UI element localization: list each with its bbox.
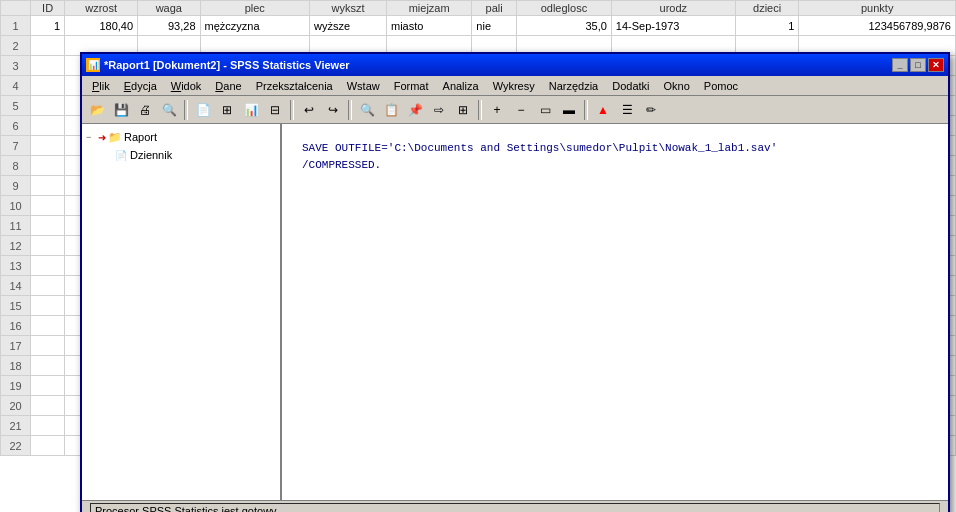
title-bar-buttons[interactable]: _ □ ✕ <box>892 58 944 72</box>
close-button[interactable]: ✕ <box>928 58 944 72</box>
cell[interactable] <box>31 56 65 76</box>
menu-format[interactable]: Format <box>388 78 435 94</box>
cell[interactable]: 93,28 <box>138 16 200 36</box>
toolbar-open-btn[interactable]: 📂 <box>86 99 108 121</box>
col-id: ID <box>31 1 65 16</box>
cell[interactable] <box>31 216 65 236</box>
menu-wykresy[interactable]: Wykresy <box>487 78 541 94</box>
toolbar-preview-btn[interactable]: 🔍 <box>158 99 180 121</box>
menu-analiza[interactable]: Analiza <box>437 78 485 94</box>
cell[interactable] <box>31 276 65 296</box>
toolbar-paste-btn[interactable]: 📌 <box>404 99 426 121</box>
menu-widok[interactable]: Widok <box>165 78 208 94</box>
toolbar-select-btn[interactable]: ⇨ <box>428 99 450 121</box>
cell[interactable] <box>31 416 65 436</box>
tree-root-item[interactable]: − ➜ 📁 Raport <box>86 128 276 146</box>
menu-dane[interactable]: Dane <box>209 78 247 94</box>
row-number[interactable]: 18 <box>1 356 31 376</box>
cell[interactable]: 180,40 <box>65 16 138 36</box>
cell[interactable]: 123456789,9876 <box>799 16 956 36</box>
row-number[interactable]: 5 <box>1 96 31 116</box>
row-number[interactable]: 21 <box>1 416 31 436</box>
row-number[interactable]: 7 <box>1 136 31 156</box>
cell[interactable] <box>31 116 65 136</box>
toolbar-grid-btn[interactable]: ⊞ <box>216 99 238 121</box>
maximize-button[interactable]: □ <box>910 58 926 72</box>
row-number[interactable]: 11 <box>1 216 31 236</box>
cell[interactable] <box>31 76 65 96</box>
menu-plik[interactable]: Plik <box>86 78 116 94</box>
minimize-button[interactable]: _ <box>892 58 908 72</box>
cell[interactable] <box>31 396 65 416</box>
cell[interactable] <box>31 36 65 56</box>
cell[interactable]: 35,0 <box>516 16 611 36</box>
menu-okno[interactable]: Okno <box>658 78 696 94</box>
menu-wstaw[interactable]: Wstaw <box>341 78 386 94</box>
cell[interactable]: 1 <box>31 16 65 36</box>
row-number[interactable]: 9 <box>1 176 31 196</box>
cell[interactable] <box>31 316 65 336</box>
menu-pomoc[interactable]: Pomoc <box>698 78 744 94</box>
cell[interactable]: 1 <box>735 16 798 36</box>
toolbar-save-btn[interactable]: 💾 <box>110 99 132 121</box>
row-number[interactable]: 12 <box>1 236 31 256</box>
toolbar-redo-btn[interactable]: ↪ <box>322 99 344 121</box>
tree-dziennik-item[interactable]: 📄 Dziennik <box>102 146 276 164</box>
menu-dodatki[interactable]: Dodatki <box>606 78 655 94</box>
cell[interactable] <box>31 376 65 396</box>
cell[interactable]: nie <box>472 16 517 36</box>
cell[interactable] <box>31 236 65 256</box>
cell[interactable] <box>31 176 65 196</box>
row-number[interactable]: 13 <box>1 256 31 276</box>
toolbar-chart-btn[interactable]: 📊 <box>240 99 262 121</box>
cell[interactable] <box>31 336 65 356</box>
toolbar-color-btn[interactable]: ▲ <box>592 99 614 121</box>
toolbar-edit-btn[interactable]: ✏ <box>640 99 662 121</box>
cell[interactable] <box>31 196 65 216</box>
row-number[interactable]: 8 <box>1 156 31 176</box>
toolbar-box-btn[interactable]: ▬ <box>558 99 580 121</box>
menu-narzedzia[interactable]: Narzędzia <box>543 78 605 94</box>
cell[interactable] <box>31 296 65 316</box>
cell[interactable] <box>31 256 65 276</box>
row-number[interactable]: 4 <box>1 76 31 96</box>
col-miejzam: miejzam <box>386 1 471 16</box>
menu-przeksztalcenia[interactable]: Przekształcenia <box>250 78 339 94</box>
cell[interactable] <box>31 156 65 176</box>
spss-viewer-window: 📊 *Raport1 [Dokument2] - SPSS Statistics… <box>80 52 950 512</box>
row-number[interactable]: 1 <box>1 16 31 36</box>
row-number[interactable]: 15 <box>1 296 31 316</box>
toolbar-pivot-btn[interactable]: ⊟ <box>264 99 286 121</box>
toolbar-style-btn[interactable]: ☰ <box>616 99 638 121</box>
toolbar-undo-btn[interactable]: ↩ <box>298 99 320 121</box>
menu-edycja[interactable]: Edycja <box>118 78 163 94</box>
cell[interactable]: mężczyzna <box>200 16 309 36</box>
row-number[interactable]: 19 <box>1 376 31 396</box>
cell[interactable] <box>31 356 65 376</box>
toolbar-copy-btn[interactable]: 📋 <box>380 99 402 121</box>
toolbar-find-btn[interactable]: 🔍 <box>356 99 378 121</box>
row-number[interactable]: 6 <box>1 116 31 136</box>
toolbar-table-btn[interactable]: ⊞ <box>452 99 474 121</box>
toolbar-minus-btn[interactable]: − <box>510 99 532 121</box>
row-number[interactable]: 17 <box>1 336 31 356</box>
row-number[interactable]: 10 <box>1 196 31 216</box>
row-number[interactable]: 14 <box>1 276 31 296</box>
cell[interactable]: 14-Sep-1973 <box>611 16 735 36</box>
row-number[interactable]: 3 <box>1 56 31 76</box>
toolbar-frame-btn[interactable]: ▭ <box>534 99 556 121</box>
toolbar-print-btn[interactable]: 🖨 <box>134 99 156 121</box>
cell[interactable] <box>31 436 65 456</box>
cell[interactable]: miasto <box>386 16 471 36</box>
row-number[interactable]: 2 <box>1 36 31 56</box>
title-bar-left: 📊 *Raport1 [Dokument2] - SPSS Statistics… <box>86 58 350 72</box>
row-number[interactable]: 22 <box>1 436 31 456</box>
toolbar-plus-btn[interactable]: + <box>486 99 508 121</box>
cell[interactable] <box>31 136 65 156</box>
table-row[interactable]: 11180,4093,28mężczyznawyższemiastonie35,… <box>1 16 956 36</box>
cell[interactable] <box>31 96 65 116</box>
toolbar-export-btn[interactable]: 📄 <box>192 99 214 121</box>
cell[interactable]: wyższe <box>309 16 386 36</box>
row-number[interactable]: 16 <box>1 316 31 336</box>
row-number[interactable]: 20 <box>1 396 31 416</box>
